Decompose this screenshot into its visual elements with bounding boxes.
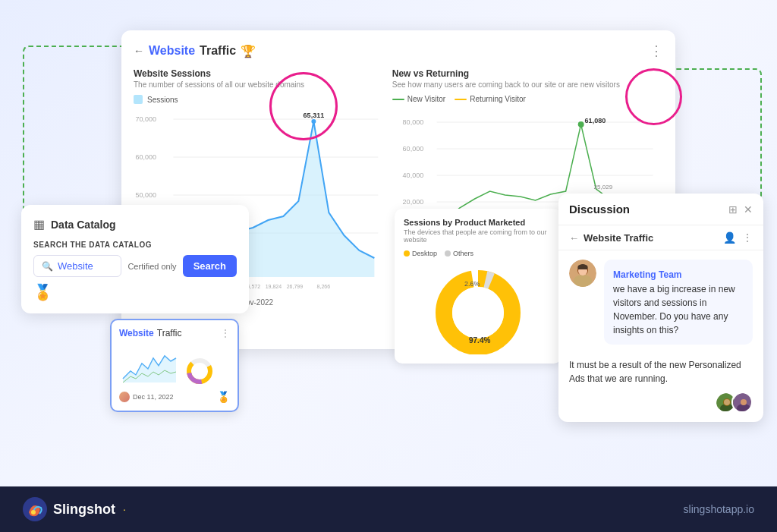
search-button[interactable]: Search bbox=[183, 255, 237, 277]
svg-text:50,000: 50,000 bbox=[135, 191, 156, 199]
discussion-close-button[interactable]: ✕ bbox=[744, 203, 753, 216]
message-reply: It must be a result of the new Personali… bbox=[569, 358, 753, 413]
svg-point-66 bbox=[724, 399, 730, 405]
svg-point-53 bbox=[194, 366, 205, 376]
nvr-subtitle: See how many users are coming back to ou… bbox=[392, 80, 663, 89]
sessions-title: Website Sessions bbox=[134, 68, 380, 79]
app-url: slingshotapp.io bbox=[684, 503, 754, 515]
disc-sub-title: Website Traffic bbox=[584, 232, 653, 244]
search-input-wrap[interactable]: 🔍 Website bbox=[33, 255, 121, 277]
sp-desktop-dot bbox=[404, 250, 410, 257]
search-input-value: Website bbox=[58, 260, 93, 272]
sp-title: Sessions by Product Marketed bbox=[404, 218, 552, 227]
search-icon: 🔍 bbox=[42, 261, 53, 272]
svg-text:97.4%: 97.4% bbox=[469, 336, 490, 345]
discussion-grid-icon[interactable]: ⊞ bbox=[728, 203, 738, 216]
svg-text:60,000: 60,000 bbox=[135, 153, 156, 161]
nvr-peak-marker bbox=[577, 121, 584, 127]
data-catalog-icon: ▦ bbox=[33, 217, 45, 231]
svg-text:70,000: 70,000 bbox=[135, 115, 156, 123]
bottom-bar-logo: Slingshot · bbox=[23, 497, 126, 521]
sp-desktop-label: Desktop bbox=[412, 250, 437, 257]
msg-sender: Marketing Team bbox=[613, 269, 681, 280]
sp-desktop-legend: Desktop bbox=[404, 250, 437, 257]
svg-text:26,799: 26,799 bbox=[287, 284, 304, 289]
disc-back-button[interactable]: ← bbox=[569, 232, 579, 244]
back-button[interactable]: ← bbox=[134, 45, 144, 57]
certified-only-label: Certified only bbox=[127, 262, 176, 271]
small-card-footer: Dec 11, 2022 🏅 bbox=[119, 391, 230, 403]
nvr-legend: New Visitor Returning Visitor bbox=[392, 95, 663, 103]
svg-text:8,266: 8,266 bbox=[317, 284, 331, 289]
legend-new-visitor: New Visitor bbox=[392, 95, 445, 103]
discussion-sub-header: ← Website Traffic 👤 ⋮ bbox=[558, 225, 763, 250]
legend-returning-visitor: Returning Visitor bbox=[455, 95, 526, 103]
svg-text:19,824: 19,824 bbox=[266, 284, 282, 289]
sp-subtitle: The devices that people are coming from … bbox=[404, 228, 552, 244]
svg-text:60,000: 60,000 bbox=[402, 145, 423, 153]
main-area: ← Website Traffic 🏆 ⋮ Website Sessions T… bbox=[0, 0, 777, 486]
msg-content-1: Marketing Team we have a big increase in… bbox=[604, 260, 753, 352]
sp-others-label: Others bbox=[453, 250, 473, 257]
small-card-website: Website bbox=[119, 328, 154, 338]
svg-text:2.6%: 2.6% bbox=[464, 280, 480, 288]
legend-dot-yellow bbox=[455, 99, 467, 100]
svg-text:20,000: 20,000 bbox=[402, 198, 423, 206]
discussion-header-icons: ⊞ ✕ bbox=[728, 203, 753, 216]
msg-text-1: we have a big increase in new visitors a… bbox=[613, 282, 744, 337]
svg-point-71 bbox=[31, 510, 36, 515]
disc-sub-icons: 👤 ⋮ bbox=[723, 231, 753, 244]
svg-text:65,311: 65,311 bbox=[304, 112, 325, 119]
discussion-body: Marketing Team we have a big increase in… bbox=[558, 250, 763, 422]
msg-reply-text: It must be a result of the new Personali… bbox=[569, 358, 753, 386]
data-catalog-panel: ▦ Data Catalog SEARCH THE DATA CATALOG 🔍… bbox=[21, 205, 249, 313]
small-card-date-text: Dec 11, 2022 bbox=[133, 393, 174, 401]
sessions-legend-color bbox=[134, 95, 143, 104]
bottom-bar: Slingshot · slingshotapp.io bbox=[0, 486, 777, 532]
sessions-peak bbox=[311, 119, 316, 124]
disc-back-title: ← Website Traffic bbox=[569, 232, 653, 244]
trophy-icon: 🏆 bbox=[241, 44, 256, 58]
sp-legend: Desktop Others bbox=[404, 250, 552, 257]
sp-others-legend: Others bbox=[445, 250, 473, 257]
search-label: SEARCH THE DATA CATALOG bbox=[33, 241, 237, 249]
discussion-header: Discussion ⊞ ✕ bbox=[558, 194, 763, 225]
small-card-traffic: Traffic bbox=[157, 328, 182, 338]
discussion-panel: Discussion ⊞ ✕ ← Website Traffic 👤 ⋮ bbox=[558, 194, 763, 422]
svg-point-61 bbox=[574, 275, 592, 287]
sessions-legend-label: Sessions bbox=[147, 96, 178, 104]
svg-point-56 bbox=[452, 287, 504, 338]
small-card-avatar bbox=[119, 392, 130, 402]
disc-user-icon[interactable]: 👤 bbox=[723, 231, 736, 244]
svg-text:80,000: 80,000 bbox=[402, 118, 423, 126]
nvr-title: New vs Returning bbox=[392, 68, 663, 79]
more-options-button[interactable]: ⋮ bbox=[650, 42, 663, 59]
small-card-body bbox=[119, 345, 230, 386]
msg-avatar-1 bbox=[569, 260, 596, 287]
app-name: Slingshot bbox=[53, 502, 115, 518]
card-header: ← Website Traffic 🏆 ⋮ bbox=[134, 42, 663, 59]
legend-new-label: New Visitor bbox=[407, 95, 445, 103]
svg-text:25,029: 25,029 bbox=[593, 184, 612, 190]
small-card-award: 🏅 bbox=[217, 391, 230, 403]
card-title-website: Website bbox=[149, 44, 195, 58]
svg-text:61,080: 61,080 bbox=[584, 117, 606, 124]
sessions-product-panel: Sessions by Product Marketed The devices… bbox=[395, 209, 562, 364]
data-catalog-title: Data Catalog bbox=[51, 219, 116, 231]
message-1: Marketing Team we have a big increase in… bbox=[569, 260, 753, 352]
small-card-chart bbox=[119, 345, 180, 386]
legend-returning-label: Returning Visitor bbox=[470, 95, 526, 103]
svg-point-69 bbox=[741, 399, 747, 405]
disc-more-button[interactable]: ⋮ bbox=[742, 231, 753, 244]
trademark-dot: · bbox=[123, 503, 126, 515]
discussion-title: Discussion bbox=[569, 203, 630, 216]
slingshot-logo-icon bbox=[23, 497, 47, 521]
message-bubble-1: Marketing Team we have a big increase in… bbox=[604, 260, 753, 345]
search-row: 🔍 Website Certified only Search bbox=[33, 255, 237, 277]
donut-container: 2.6% 97.4% bbox=[404, 263, 552, 354]
svg-text:40,000: 40,000 bbox=[402, 172, 423, 179]
small-card-donut bbox=[184, 356, 215, 386]
data-catalog-header: ▦ Data Catalog bbox=[33, 217, 237, 231]
small-card-more[interactable]: ⋮ bbox=[221, 328, 230, 338]
legend-dot-green bbox=[392, 99, 404, 100]
